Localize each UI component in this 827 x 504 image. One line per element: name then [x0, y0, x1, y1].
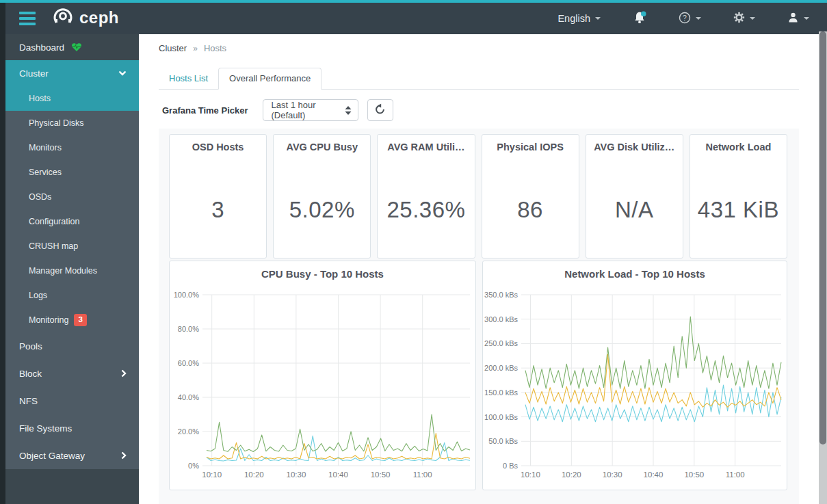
svg-text:10:20: 10:20	[244, 470, 264, 479]
sidebar-item-pools[interactable]: Pools	[5, 332, 139, 360]
refresh-icon	[374, 103, 386, 118]
stat-card-avg-ram-utili: AVG RAM Utili…25.36%	[377, 134, 475, 258]
stat-card-value: 86	[517, 197, 543, 223]
chevron-down-icon	[696, 17, 701, 20]
ceph-logo[interactable]: ceph	[52, 6, 119, 31]
stat-card-avg-cpu-busy: AVG CPU Busy5.02%	[273, 134, 371, 258]
stat-card-value: 3	[211, 197, 224, 223]
sidebar-item-label: Manager Modules	[29, 266, 97, 276]
chevron-down-icon	[118, 70, 127, 76]
sidebar-item-label: CRUSH map	[29, 241, 78, 251]
stat-card-network-load: Network Load431 KiB	[690, 134, 787, 258]
sidebar-item-crush-map[interactable]: CRUSH map	[5, 234, 139, 258]
sidebar-item-label: OSDs	[29, 192, 51, 202]
language-dropdown[interactable]: English	[557, 13, 601, 24]
sidebar-item-label: Pools	[19, 341, 42, 352]
hamburger-menu-icon[interactable]	[19, 12, 36, 25]
grafana-dashboard-area: OSD Hosts3AVG CPU Busy5.02%AVG RAM Utili…	[159, 129, 799, 504]
time-picker-value: Last 1 hour (Default)	[272, 100, 344, 120]
sidebar-item-label: Cluster	[19, 68, 49, 79]
sidebar-item-hosts[interactable]: Hosts	[5, 86, 139, 111]
svg-text:10:30: 10:30	[603, 470, 622, 479]
svg-text:100.0%: 100.0%	[174, 291, 200, 299]
sidebar-item-monitors[interactable]: Monitors	[5, 135, 139, 160]
sidebar-item-label: Monitoring	[29, 315, 68, 325]
stat-card-value: 431 KiB	[698, 197, 779, 223]
stat-card-value-wrap: 431 KiB	[690, 152, 787, 258]
svg-text:100.0 kBs: 100.0 kBs	[484, 413, 518, 421]
ceph-logo-icon	[52, 6, 74, 31]
health-heart-icon	[71, 42, 82, 52]
svg-text:10:40: 10:40	[328, 470, 348, 479]
svg-text:10:30: 10:30	[287, 470, 306, 479]
sidebar-item-configuration[interactable]: Configuration	[5, 209, 139, 234]
svg-text:50.0 kBs: 50.0 kBs	[488, 437, 518, 445]
sidebar-item-label: Services	[29, 168, 62, 177]
sidebar-item-label: Monitors	[29, 143, 62, 152]
stat-card-value: N/A	[615, 197, 654, 223]
sidebar-item-osds[interactable]: OSDs	[5, 185, 139, 209]
sidebar-item-physical-disks[interactable]: Physical Disks	[5, 111, 139, 135]
help-dropdown[interactable]: ?	[679, 12, 701, 26]
time-picker-select[interactable]: Last 1 hour (Default)	[263, 99, 358, 121]
gear-icon	[733, 12, 745, 25]
breadcrumb-hosts: Hosts	[204, 43, 226, 53]
sidebar-item-label: Physical Disks	[29, 118, 84, 128]
tab-hosts-list[interactable]: Hosts List	[159, 68, 218, 89]
stat-cards-row: OSD Hosts3AVG CPU Busy5.02%AVG RAM Utili…	[169, 134, 787, 258]
sidebar-item-dashboard[interactable]: Dashboard	[5, 34, 139, 60]
svg-text:200.0 kBs: 200.0 kBs	[484, 364, 518, 372]
svg-text:?: ?	[683, 14, 687, 22]
svg-text:350.0 kBs: 350.0 kBs	[484, 291, 518, 299]
svg-text:20.0%: 20.0%	[178, 427, 199, 436]
chevron-right-icon	[121, 451, 127, 460]
sidebar-item-services[interactable]: Services	[5, 160, 139, 185]
panel-network-load: Network Load - Top 10 Hosts 0 Bs50.0 kBs…	[482, 261, 787, 490]
svg-text:10:50: 10:50	[371, 470, 391, 479]
top-navbar: ceph English ?	[0, 3, 827, 34]
svg-text:300.0 kBs: 300.0 kBs	[484, 315, 518, 323]
stat-card-physical-iops: Physical IOPS86	[482, 134, 579, 258]
sidebar-item-manager-modules[interactable]: Manager Modules	[5, 258, 139, 283]
select-stepper-icon	[344, 105, 352, 116]
sidebar-item-file-systems[interactable]: File Systems	[5, 414, 139, 442]
language-label: English	[557, 13, 590, 24]
tab-overall-performance[interactable]: Overall Performance	[218, 68, 321, 90]
svg-text:10:40: 10:40	[644, 470, 664, 479]
user-dropdown[interactable]	[787, 12, 809, 25]
stat-card-title: AVG Disk Utiliz…	[594, 135, 674, 152]
stat-card-title: AVG CPU Busy	[287, 135, 358, 152]
stat-card-osd-hosts: OSD Hosts3	[169, 134, 267, 258]
chart-network-load-top-10-hosts: 0 Bs50.0 kBs100.0 kBs150.0 kBs200.0 kBs2…	[483, 261, 788, 491]
bell-icon	[633, 11, 646, 27]
refresh-button[interactable]	[367, 99, 393, 121]
settings-dropdown[interactable]	[733, 12, 755, 25]
stat-card-title: AVG RAM Utili…	[387, 135, 464, 152]
chevron-right-icon	[121, 369, 127, 377]
stat-card-value-wrap: 5.02%	[274, 152, 370, 258]
grafana-time-picker-row: Grafana Time Picker Last 1 hour (Default…	[162, 99, 393, 121]
user-icon	[787, 12, 799, 25]
stat-card-value-wrap: 86	[482, 152, 579, 258]
tab-bar: Hosts List Overall Performance	[159, 68, 799, 90]
sidebar-item-block[interactable]: Block	[5, 360, 139, 387]
sidebar-item-monitoring[interactable]: Monitoring3	[5, 308, 139, 332]
time-picker-label: Grafana Time Picker	[162, 105, 248, 116]
sidebar-item-logs[interactable]: Logs	[5, 283, 139, 308]
scrollbar-thumb[interactable]	[819, 31, 826, 445]
svg-text:0 Bs: 0 Bs	[503, 462, 518, 470]
notifications-button[interactable]	[633, 11, 646, 27]
svg-text:0%: 0%	[188, 462, 199, 470]
sidebar-item-cluster[interactable]: Cluster	[5, 60, 139, 86]
sidebar-item-object-gateway[interactable]: Object Gateway	[5, 442, 139, 469]
sidebar-item-label: Dashboard	[19, 42, 64, 53]
stat-card-title: Physical IOPS	[497, 135, 564, 152]
svg-text:11:00: 11:00	[413, 470, 432, 479]
sidebar-nav: DashboardClusterHostsPhysical DisksMonit…	[5, 34, 139, 504]
svg-text:10:20: 10:20	[562, 470, 581, 479]
stat-card-title: OSD Hosts	[192, 135, 244, 152]
stat-card-avg-disk-utiliz: AVG Disk Utiliz…N/A	[586, 134, 683, 258]
sidebar-item-nfs[interactable]: NFS	[5, 387, 139, 414]
stat-card-value-wrap: 25.36%	[378, 152, 474, 258]
chevron-down-icon	[804, 17, 809, 20]
